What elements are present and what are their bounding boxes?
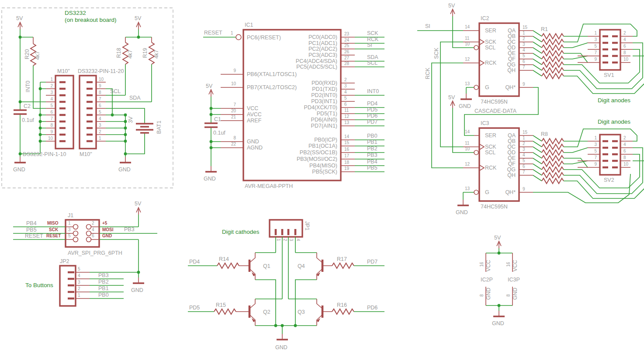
pin-name: QC [507,39,516,45]
sv1-weave-wires [572,24,644,94]
pin-number: 5 [344,96,347,101]
net-pd4-label: PD4 [189,259,200,265]
net-label: PB2 [98,279,109,285]
pin-number: 16 [479,262,484,267]
pin-number: 2 [623,31,626,35]
transistor-q1: Q1 [239,253,270,280]
pin-name: PB3(MOSI/OC2) [297,156,337,162]
pin-number: 4 [623,37,626,42]
net-label: INT0 [367,88,379,94]
net-label: SCK [367,30,378,36]
ds3232-wires [19,29,152,157]
pin-number: 22 [231,142,236,146]
r20-value: 4k7 [35,51,41,60]
pin-number: 3 [594,37,597,42]
pin-name: G [485,189,489,195]
pin-number: 13 [344,120,350,125]
pin-number: 16 [506,262,511,267]
pin-number: 2 [78,286,80,291]
pin-name: PD3(INT1) [311,98,337,104]
ic2-wires [417,16,533,168]
pin-name: VCC [485,260,492,271]
pin-number: 3 [523,147,525,152]
ic1-ref: IC1 [245,22,253,28]
spi-header-section: J1 AVR_SPI_PRG_6PTH 1 3 5 2 4 6 MISO SCK… [13,201,157,293]
pin-number: 9 [523,187,525,191]
ic2-ref: IC2 [481,15,489,21]
resistor-r17: R17 PD7 [332,256,384,268]
pin-name: AGND [247,145,263,151]
c1-value: 0.1uf [213,130,225,136]
r16-name: R16 [337,302,347,308]
pin-number: 4 [50,97,53,101]
jp2-section: JP2 To Buttons 5 4 3 2 1 PB3 PB2 PB1 PB0 [25,258,138,306]
ic3-part: 74HC595N [481,204,508,210]
r1-name: R1 [541,26,548,32]
supply-5v-label: 5V [206,83,213,89]
pin-name: RCK [485,60,497,66]
ic1-left-pins: 9 10 7 20 21 8 22 PB6(XTAL1/TOSC1) PB7(X… [221,68,297,151]
pin-number: 9 [50,129,53,134]
supply-arrow-icon [136,208,141,215]
pin-name: QG [507,62,516,68]
pin-name: MISO [47,221,59,226]
pin-number: 2 [283,239,287,241]
conn-left-bottom-label: DS3232-PIN-1-10 [23,151,66,157]
supply-5v-label: 5V [16,15,23,21]
pin-number: 9 [594,162,597,167]
pin-name: GND [512,288,518,300]
resistor-stack-r1: R1 [533,26,572,79]
pin-number: 2 [99,129,101,134]
pin-number: 12 [344,114,350,119]
net-label: PB5 [26,227,37,233]
jp2-wires [90,272,138,298]
r17-name: R17 [337,256,347,262]
bat1-value: 3V [128,116,134,123]
net-label: PB0 [367,133,377,139]
pin-number: 9 [99,83,101,88]
pin-number: 3 [344,83,347,88]
pin-number: 6 [344,102,347,107]
q2-ref: Q2 [263,309,270,315]
pin-number: 4 [296,239,301,241]
pin-number: 27 [344,56,350,60]
pin-name: QD [507,45,516,51]
net-label: SDA [367,54,378,60]
pin-name: SCL [485,149,495,156]
pin-name: MOSI [102,227,114,232]
pin-name: SER [485,132,496,139]
sv2-ref: SV2 [604,177,614,183]
pin-number: 9 [233,68,236,73]
pin-name: VCC [247,105,258,111]
pin-number: 5 [68,233,71,238]
pin-number: 8 [623,155,626,160]
pin-number: 3 [594,142,597,147]
r14-name: R14 [219,256,229,262]
connector-sv1: SV1 1 3 5 7 9 2 4 6 8 10 [578,30,633,78]
pin-number: 2 [623,135,626,140]
pin-number: 1 [231,31,233,35]
pin-name: QH [507,172,516,178]
supply-5v-label: 5V [494,235,501,241]
pin-number: 10 [48,136,53,141]
pin-name: QD [507,149,516,156]
schematic-page: DS3232 (on breakout board) 5V 5V R20 4k7… [0,0,644,354]
pin-name: QA [508,28,516,34]
net-label: PB1 [98,285,109,292]
ic1-section: IC1 AVR-MEGA8-PPTH RESET 1 PC6(/RESET) 9… [203,22,384,189]
supply-arrow-icon [136,22,141,29]
pin-number: 3 [78,280,80,285]
pin-number: 5 [50,103,53,108]
net-label: PB2 [367,146,377,152]
gnd-label: GND [13,167,25,173]
ic3-pin-texts: 14 11 10 12 13 SER SCK SCL RCK G 15 1 2 … [465,129,528,195]
pin-number: 5 [99,110,101,115]
pin-number: 9 [523,82,525,87]
net-pd7-label: PD7 [367,259,377,265]
pin-name: PB0(ICP) [314,137,337,143]
pin-name: PB2(SS/OC1B) [300,149,337,156]
sv1-ref: SV1 [604,72,614,78]
digit-anodes-caption: Digit anodes [598,118,630,125]
c1-name: C1 [214,116,221,122]
gnd-label: GND [118,167,131,173]
